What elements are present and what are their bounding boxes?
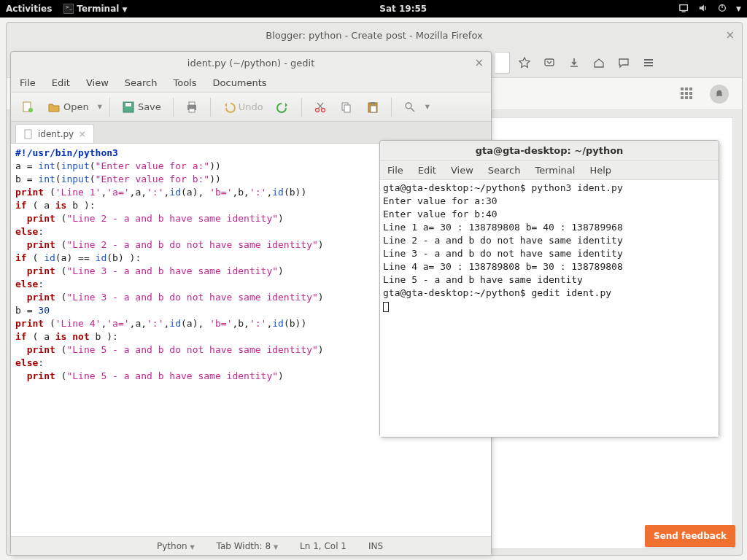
svg-rect-8 [125, 103, 131, 106]
hamburger-menu-icon[interactable] [638, 52, 659, 73]
firefox-close-button[interactable]: × [725, 28, 735, 42]
menu-file[interactable]: File [20, 77, 36, 88]
gedit-toolbar: Open ▼ Save Undo ▼ [11, 93, 491, 122]
menu-tools[interactable]: Tools [173, 77, 196, 88]
term-menu-edit[interactable]: Edit [418, 165, 436, 176]
tab-ident-py[interactable]: ident.py × [15, 124, 94, 143]
term-menu-search[interactable]: Search [488, 165, 521, 176]
terminal-window: gta@gta-desktop: ~/python File Edit View… [379, 140, 719, 438]
downloads-icon[interactable] [564, 52, 584, 73]
open-button[interactable]: Open [43, 98, 93, 117]
firefox-titlebar: Blogger: python - Create post - Mozilla … [7, 23, 742, 47]
tab-label: ident.py [38, 129, 74, 139]
system-menu-dropdown-icon[interactable]: ▼ [736, 5, 741, 12]
svg-rect-11 [189, 109, 195, 112]
new-button[interactable] [17, 98, 39, 117]
terminal-cursor [383, 302, 389, 312]
svg-rect-17 [371, 102, 375, 104]
svg-rect-1 [682, 11, 686, 12]
terminal-output: gta@gta-desktop:~/python$ python3 ident.… [383, 182, 716, 313]
menu-view[interactable]: View [86, 77, 109, 88]
gedit-menubar: File Edit View Search Tools Documents [11, 74, 491, 93]
svg-point-13 [321, 108, 325, 112]
save-button[interactable]: Save [117, 98, 166, 117]
status-cursor-pos: Ln 1, Col 1 [300, 541, 347, 551]
gedit-statusbar: Python ▼ Tab Width: 8 ▼ Ln 1, Col 1 INS [11, 536, 491, 555]
svg-rect-15 [344, 105, 350, 112]
term-menu-help[interactable]: Help [589, 165, 611, 176]
svg-rect-4 [545, 59, 554, 66]
term-menu-terminal[interactable]: Terminal [535, 165, 575, 176]
clock[interactable]: Sat 19:55 [127, 4, 679, 14]
redo-button[interactable] [272, 98, 294, 117]
svg-rect-21 [25, 130, 31, 139]
file-icon [23, 129, 34, 139]
terminal-title: gta@gta-desktop: ~/python [476, 145, 624, 156]
find-button[interactable] [399, 98, 421, 117]
gedit-close-button[interactable]: × [474, 56, 484, 69]
terminal-icon [63, 4, 74, 14]
svg-point-12 [315, 108, 319, 112]
menu-search[interactable]: Search [125, 77, 158, 88]
svg-rect-10 [189, 102, 195, 105]
send-feedback-button[interactable]: Send feedback [645, 525, 735, 547]
menu-edit[interactable]: Edit [52, 77, 70, 88]
terminal-body[interactable]: gta@gta-desktop:~/python$ python3 ident.… [380, 180, 719, 437]
volume-icon[interactable] [698, 3, 708, 15]
url-bar[interactable] [495, 52, 510, 74]
menu-documents[interactable]: Documents [213, 77, 267, 88]
open-dropdown-icon[interactable]: ▼ [98, 104, 102, 110]
home-icon[interactable] [589, 52, 609, 73]
gnome-topbar: Activities Terminal ▼ Sat 19:55 ▼ [0, 0, 747, 18]
pocket-icon[interactable] [539, 52, 560, 73]
status-insert-mode: INS [368, 541, 383, 551]
bookmark-star-icon[interactable] [514, 52, 535, 73]
find-dropdown-icon[interactable]: ▼ [425, 104, 430, 110]
svg-rect-0 [680, 4, 688, 10]
print-button[interactable] [181, 98, 203, 117]
term-menu-file[interactable]: File [387, 165, 403, 176]
paste-button[interactable] [362, 98, 384, 117]
firefox-title: Blogger: python - Create post - Mozilla … [266, 30, 482, 41]
term-menu-view[interactable]: View [451, 165, 473, 176]
status-language[interactable]: Python ▼ [157, 541, 195, 551]
cut-button[interactable] [309, 98, 331, 117]
gedit-title: ident.py (~/python) - gedit [187, 58, 314, 69]
power-icon[interactable] [717, 3, 727, 15]
svg-rect-18 [371, 106, 376, 112]
terminal-app-menu[interactable]: Terminal ▼ [63, 4, 127, 15]
undo-button[interactable]: Undo [218, 98, 268, 117]
copy-button[interactable] [336, 98, 357, 117]
status-tabwidth[interactable]: Tab Width: 8 ▼ [217, 541, 278, 551]
svg-line-20 [411, 108, 414, 112]
tab-close-icon[interactable]: × [78, 128, 86, 139]
network-icon[interactable] [679, 3, 689, 15]
activities-button[interactable]: Activities [6, 4, 52, 14]
svg-point-6 [28, 108, 33, 112]
notifications-icon[interactable] [710, 85, 729, 104]
terminal-menubar: File Edit View Search Terminal Help [380, 161, 719, 180]
apps-grid-icon[interactable] [681, 88, 694, 101]
chat-icon[interactable] [614, 52, 634, 73]
svg-point-19 [406, 103, 411, 109]
